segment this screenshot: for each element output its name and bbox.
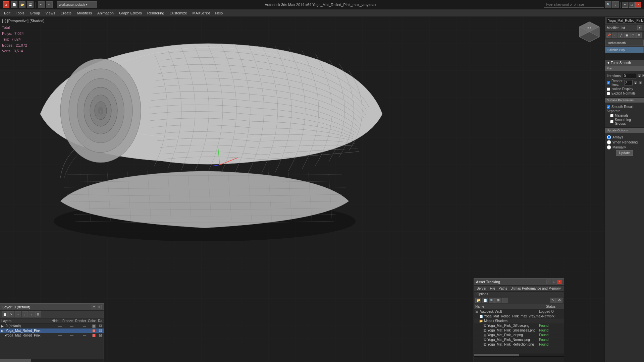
minimize-btn[interactable]: − bbox=[622, 2, 628, 8]
layers-close-btn[interactable]: × bbox=[97, 305, 102, 309]
menu-modifiers[interactable]: Modifiers bbox=[74, 9, 95, 17]
open-btn[interactable]: 📂 bbox=[19, 1, 25, 8]
modifier-list-dropdown[interactable]: ▾ bbox=[637, 25, 642, 30]
asset-col-name: Name bbox=[475, 305, 539, 308]
mod-icon-pin[interactable]: 📌 bbox=[606, 33, 611, 38]
close-btn[interactable]: × bbox=[635, 2, 641, 8]
app-icon[interactable]: 3 bbox=[3, 1, 9, 8]
redo-btn[interactable]: ↪ bbox=[46, 1, 53, 8]
menu-tools[interactable]: Tools bbox=[13, 9, 27, 17]
menu-views[interactable]: Views bbox=[43, 9, 58, 17]
asset-tb-btn-3[interactable]: 🔍 bbox=[489, 298, 495, 303]
smooth-result-checkbox[interactable] bbox=[607, 105, 610, 109]
layers-scrollbar[interactable] bbox=[0, 359, 104, 362]
render-iters-checkbox[interactable] bbox=[607, 81, 610, 84]
update-button[interactable]: Update bbox=[616, 150, 633, 156]
asset-row-vault[interactable]: 🏛 Autodesk Vault Logged O bbox=[474, 309, 564, 314]
layer-row-yoga-mat-2[interactable]: ▸ Yoga_Mat_Rolled_Pink — — — ☑ bbox=[0, 333, 104, 338]
asset-row-ior[interactable]: 🖼 Yoga_Mat_Pink_Ior.png Found bbox=[474, 333, 564, 338]
undo-btn[interactable]: ↩ bbox=[38, 1, 45, 8]
mod-icon-config[interactable]: ⚙ bbox=[636, 33, 642, 38]
update-options-section: Always When Rendering Manually Update bbox=[605, 133, 644, 158]
layers-help-btn[interactable]: ? bbox=[92, 305, 96, 309]
render-iters-down[interactable]: ▼ bbox=[639, 81, 642, 84]
mod-icon-edge[interactable]: ╱ bbox=[618, 33, 624, 38]
asset-menu-server[interactable]: Server bbox=[475, 286, 488, 291]
yoga-mat-3d bbox=[20, 27, 389, 261]
mod-icon-element[interactable]: ⬡ bbox=[630, 33, 636, 38]
asset-menu-options[interactable]: Options bbox=[475, 292, 489, 296]
materials-checkbox[interactable] bbox=[610, 114, 613, 117]
asset-tb-btn-4[interactable]: ⊞ bbox=[495, 298, 501, 303]
layers-add-btn[interactable]: + bbox=[15, 311, 21, 317]
help-btn[interactable]: ? bbox=[612, 1, 619, 8]
svg-line-11 bbox=[213, 165, 220, 166]
modifier-editable-poly[interactable]: Editable Poly bbox=[605, 47, 644, 53]
asset-row-maxfile[interactable]: 📄 Yoga_Mat_Rolled_Pink_max_vray.max Netw… bbox=[474, 314, 564, 319]
search-btn[interactable]: 🔍 bbox=[605, 1, 611, 8]
asset-menu-file[interactable]: File bbox=[488, 286, 496, 291]
asset-menu-paths[interactable]: Paths bbox=[497, 286, 509, 291]
render-iters-input[interactable] bbox=[624, 80, 633, 85]
maximize-btn[interactable]: □ bbox=[629, 2, 635, 8]
explicit-normals-checkbox[interactable] bbox=[607, 92, 610, 95]
isoline-checkbox[interactable] bbox=[607, 87, 610, 91]
asset-tb-btn-settings[interactable]: ⚙ bbox=[556, 298, 562, 303]
layers-move-down-btn[interactable]: ↓ bbox=[22, 311, 28, 317]
menu-customize[interactable]: Customize bbox=[167, 9, 190, 17]
iterations-input[interactable] bbox=[623, 73, 636, 78]
asset-close-btn[interactable]: × bbox=[557, 280, 562, 284]
nav-cube[interactable]: Top bbox=[578, 20, 601, 44]
menu-graph-editors[interactable]: Graph Editors bbox=[116, 9, 145, 17]
menu-help[interactable]: Help bbox=[213, 9, 226, 17]
new-btn[interactable]: 📄 bbox=[11, 1, 17, 8]
save-btn[interactable]: 💾 bbox=[27, 1, 34, 8]
modifier-turbosmooth[interactable]: TurboSmooth bbox=[605, 40, 644, 46]
asset-minimize-btn[interactable]: − bbox=[546, 280, 551, 284]
layer-row-default[interactable]: ▶ 0 (default) — — — ☑ bbox=[0, 324, 104, 328]
iterations-spinner-up[interactable]: ▲ bbox=[638, 74, 641, 77]
layers-move-up-btn[interactable]: ↑ bbox=[29, 311, 35, 317]
viewport[interactable]: [+] [Perspective] [Shaded] Total Polys: … bbox=[0, 17, 604, 362]
asset-maximize-btn[interactable]: □ bbox=[552, 280, 556, 284]
asset-scrollbar[interactable] bbox=[474, 354, 564, 356]
mod-icon-vertex[interactable]: ∙ bbox=[612, 33, 618, 38]
menu-edit[interactable]: Edit bbox=[1, 9, 13, 17]
viewport-label: [+] [Perspective] [Shaded] bbox=[2, 19, 44, 23]
asset-row-reflection[interactable]: 🖼 Yoga_Mat_Pink_Reflection.png Found bbox=[474, 342, 564, 347]
asset-tb-btn-2[interactable]: 📄 bbox=[482, 298, 488, 303]
menu-rendering[interactable]: Rendering bbox=[145, 9, 167, 17]
workspace-dropdown[interactable]: Workspace: Default ▾ bbox=[57, 1, 97, 8]
layers-select-btn[interactable]: ⊞ bbox=[35, 311, 41, 317]
layers-delete-btn[interactable]: ✕ bbox=[8, 311, 14, 317]
asset-tb-btn-5[interactable]: ☰ bbox=[502, 298, 508, 303]
asset-row-normal[interactable]: 🖼 Yoga_Mat_Pink_Normal.png Found bbox=[474, 338, 564, 342]
always-radio[interactable] bbox=[607, 135, 611, 139]
asset-row-diffuse[interactable]: 🖼 Yoga_Mat_Pink_Diffuse.png Found bbox=[474, 323, 564, 328]
asset-tb-btn-refresh[interactable]: ↻ bbox=[550, 298, 556, 303]
menu-group[interactable]: Group bbox=[27, 9, 43, 17]
menu-animation[interactable]: Animation bbox=[95, 9, 116, 17]
smoothing-groups-checkbox[interactable] bbox=[610, 120, 613, 123]
materials-row: Materials bbox=[607, 114, 642, 117]
layers-title-bar: Layer: 0 (default) ? × bbox=[0, 304, 104, 311]
layers-new-btn[interactable]: 📋 bbox=[2, 311, 8, 317]
asset-menu-bitmap[interactable]: Bitmap Performance and Memory bbox=[509, 286, 562, 291]
layer-row-yoga-mat[interactable]: ▶ Yoga_Mat_Rolled_Pink — — — ☑ bbox=[0, 328, 104, 333]
when-rendering-radio[interactable] bbox=[607, 140, 611, 144]
layers-col-ra: Ra bbox=[97, 319, 104, 323]
asset-tb-btn-1[interactable]: 📁 bbox=[475, 298, 481, 303]
search-input[interactable] bbox=[544, 2, 604, 8]
asset-row-glossiness[interactable]: 🖼 Yoga_Mat_Pink_Glossiness.png Found bbox=[474, 328, 564, 333]
mod-icon-face[interactable]: ▣ bbox=[624, 33, 630, 38]
object-name-input[interactable] bbox=[607, 18, 644, 23]
manually-radio[interactable] bbox=[607, 145, 611, 149]
asset-list[interactable]: 🏛 Autodesk Vault Logged O 📄 Yoga_Mat_Rol… bbox=[474, 309, 564, 354]
asset-row-maps-folder[interactable]: 📂 Maps / Shaders bbox=[474, 319, 564, 323]
menu-create[interactable]: Create bbox=[58, 9, 74, 17]
turbosmooth-header[interactable]: ▼ TurboSmooth bbox=[605, 60, 644, 66]
render-iters-up[interactable]: ▲ bbox=[634, 81, 637, 84]
menu-maxscript[interactable]: MAXScript bbox=[190, 9, 213, 17]
iterations-row: Iterations: ▲ ▼ Render Iters: ▲ ▼ Isolin… bbox=[605, 71, 644, 98]
iterations-spinner-down[interactable]: ▼ bbox=[642, 74, 644, 77]
